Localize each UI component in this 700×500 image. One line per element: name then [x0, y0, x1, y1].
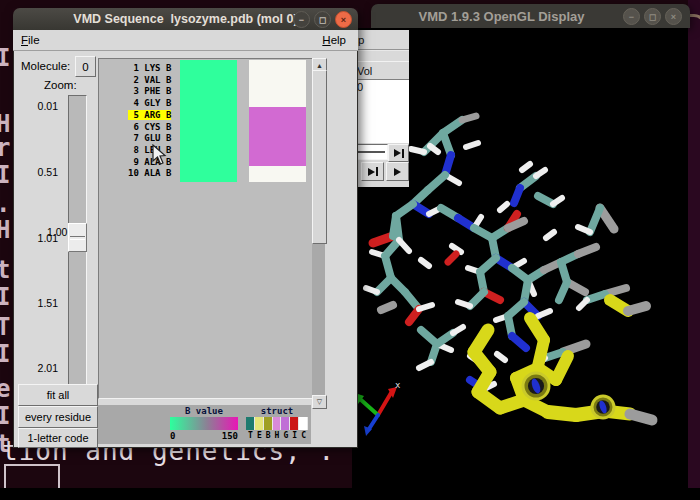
background-glyph: I — [0, 402, 10, 430]
maximize-icon[interactable]: ◻ — [314, 11, 331, 28]
maximize-icon[interactable]: ◻ — [644, 8, 661, 25]
struct-color-E — [255, 417, 264, 430]
minimize-icon[interactable]: − — [623, 8, 640, 25]
wallpaper-curl — [689, 14, 700, 37]
struct-letter: E — [255, 431, 264, 440]
struct-letter: G — [281, 431, 290, 440]
struct-class-letters: TEBHGIC — [246, 431, 308, 440]
background-glyph: r — [0, 134, 10, 162]
step-forward-button[interactable] — [361, 162, 384, 181]
residue-row-label: 4 GLY B — [128, 98, 171, 108]
every-residue-button[interactable]: every residue — [18, 406, 98, 428]
vol-column-label: Vol — [357, 65, 372, 77]
struct-letter: T — [246, 431, 255, 440]
axes-x-label: x — [395, 380, 401, 390]
color-legend: B value 0 150 struct TEBHGIC — [98, 405, 311, 444]
residue-row-label: 10 ALA B — [128, 168, 171, 178]
opengl-window-titlebar[interactable]: VMD 1.9.3 OpenGL Display − ◻ × — [371, 4, 690, 28]
residue-row-label: 6 CYS B — [128, 122, 171, 132]
one-letter-code-button[interactable]: 1-letter code — [18, 428, 98, 448]
zoom-current-value: 1.00 — [47, 226, 67, 238]
scrollbar-thumb[interactable] — [312, 70, 327, 244]
residue-row[interactable]: 9 ALA B — [99, 155, 312, 167]
background-glyph: I — [0, 340, 10, 368]
struct-color-squares — [246, 417, 308, 430]
struct-color-B — [264, 417, 273, 430]
zoom-tick-label: 0.51 — [24, 166, 58, 178]
struct-color-H — [273, 417, 282, 430]
residue-row[interactable]: 8 LEU B — [99, 143, 312, 155]
zoom-tick-label: 1.51 — [24, 297, 58, 309]
background-glyph: I — [0, 283, 10, 311]
background-glyph: T — [0, 313, 10, 341]
background-glyph: t — [0, 256, 10, 284]
minimize-icon[interactable]: − — [293, 11, 310, 28]
residue-row-label: 7 GLU B — [128, 133, 171, 143]
skip-to-end-button[interactable] — [388, 144, 409, 162]
residue-row-label: 5 ARG B — [128, 110, 171, 120]
struct-color-I — [290, 417, 299, 430]
struct-letter: B — [264, 431, 273, 440]
sequence-window-titlebar[interactable]: VMD Sequence lysozyme.pdb (mol 0) − ◻ × — [13, 8, 358, 30]
sequence-menubar: File Help — [13, 30, 358, 51]
background-glyph: H — [0, 216, 10, 244]
background-glyph: e — [0, 375, 10, 403]
menu-file[interactable]: File — [13, 34, 48, 46]
residue-row[interactable]: 6 CYS B — [99, 120, 312, 132]
struct-letter: I — [290, 431, 299, 440]
struct-color-T — [246, 417, 255, 430]
background-glyph: . — [0, 190, 10, 218]
residue-row-label: 2 VAL B — [128, 75, 171, 85]
residue-row[interactable]: 1 LYS B — [99, 61, 312, 73]
residue-row-label: 3 PHE B — [128, 86, 171, 96]
residue-row-label: 1 LYS B — [128, 63, 171, 73]
residue-listbox[interactable]: 1 LYS B 2 VAL B 3 PHE B 4 GLY B 5 ARG B … — [98, 58, 313, 399]
play-forward-button[interactable] — [386, 162, 409, 181]
animation-slider[interactable] — [353, 144, 388, 160]
zoom-tick-label: 2.01 — [24, 362, 58, 374]
residue-row[interactable]: 4 GLY B — [99, 96, 312, 108]
residue-row[interactable]: 10 ALA B — [99, 166, 312, 178]
zoom-tick-label: 0.01 — [24, 100, 58, 112]
residue-row[interactable]: 5 ARG B — [99, 108, 312, 120]
bvalue-min-label: 0 — [170, 431, 175, 441]
desktop-strip — [688, 0, 700, 488]
bvalue-gradient-bar — [170, 417, 238, 430]
struct-letter: C — [299, 431, 308, 440]
molecule-select-button[interactable]: 0 — [75, 56, 96, 77]
sequence-window: VMD Sequence lysozyme.pdb (mol 0) − ◻ × … — [13, 8, 358, 446]
zoom-label: Zoom: — [44, 79, 77, 91]
vmd-main-molecule-list[interactable]: 0 — [353, 80, 409, 143]
menu-help[interactable]: Help — [314, 34, 358, 46]
residue-row[interactable]: 3 PHE B — [99, 84, 312, 96]
mouse-cursor — [152, 144, 168, 166]
bvalue-legend-label: B value — [170, 406, 238, 416]
close-icon[interactable]: × — [335, 11, 352, 28]
sequence-window-body: Molecule: 0 Zoom: 0.010.511.011.512.01 1… — [13, 51, 358, 448]
zoom-slider-handle[interactable] — [68, 223, 87, 252]
struct-color-C — [299, 417, 308, 430]
struct-legend-label: struct — [246, 406, 308, 416]
background-glyph: I — [0, 44, 10, 72]
vmd-main-window-fragment: p Vol 0 — [352, 30, 409, 187]
residue-row[interactable]: 2 VAL B — [99, 73, 312, 85]
residue-scrollbar[interactable]: ▲ ▽ — [312, 58, 325, 409]
scrollbar-down-icon[interactable]: ▽ — [312, 395, 327, 409]
bvalue-max-label: 150 — [206, 431, 238, 441]
struct-letter: H — [273, 431, 282, 440]
vmd-main-column-header: Vol — [353, 61, 409, 80]
molecule-label: Molecule: — [21, 60, 70, 72]
screen-bottom-bar — [0, 488, 700, 500]
residue-row[interactable]: 7 GLU B — [99, 131, 312, 143]
vmd-main-menubar-fragment[interactable]: p — [353, 30, 409, 51]
close-icon[interactable]: × — [665, 8, 682, 25]
sequence-window-title: VMD Sequence lysozyme.pdb (mol 0) — [73, 12, 297, 26]
menu-fragment-label: p — [358, 34, 364, 46]
background-glyph: I — [0, 161, 10, 189]
fit-all-button[interactable]: fit all — [18, 384, 98, 406]
background-terminal-left-strip: IHrI.HtITIeIt — [0, 0, 14, 500]
struct-color-G — [281, 417, 290, 430]
